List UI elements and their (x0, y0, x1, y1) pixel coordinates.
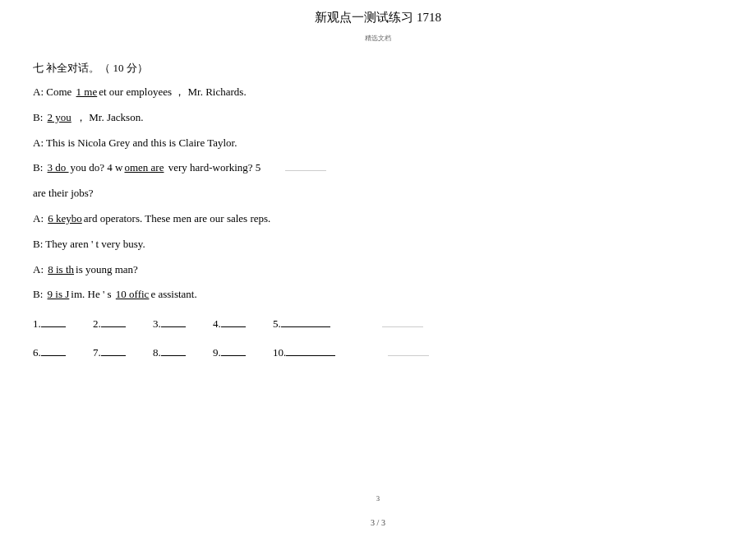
answer-slot: 7. (93, 345, 126, 361)
faded-mark (382, 317, 423, 327)
faded-mark (388, 345, 429, 356)
blank-3: 3 do (46, 161, 71, 174)
page-subtitle: 精选文档 (0, 34, 756, 44)
answer-slot: 1. (33, 316, 66, 332)
answer-blank (41, 345, 66, 356)
answer-blank (101, 317, 126, 327)
footer-small-number: 3 (0, 494, 756, 504)
dialogue-line: B: 3 do you do? 4 women are very hard-wo… (33, 160, 723, 177)
answer-row-1: 1. 2. 3. 4. 5. (33, 316, 723, 332)
answer-slot: 8. (153, 345, 186, 361)
text: ard operators. These men are our sales r… (84, 212, 271, 225)
answer-slot: 9. (213, 345, 246, 361)
text: A: (33, 263, 46, 275)
text: ， Mr. Jackson. (73, 111, 144, 123)
answer-slot: 6. (33, 345, 66, 361)
answer-slot: 4. (213, 316, 246, 332)
dialogue-line: B: 2 you ， Mr. Jackson. (33, 109, 723, 127)
answer-slot: 3. (153, 316, 186, 332)
answer-blank (41, 317, 66, 327)
answer-row-2: 6. 7. 8. 9. 10. (33, 345, 723, 361)
answer-blank (281, 317, 330, 327)
answer-blank (161, 317, 186, 327)
text: im. He ' s (71, 288, 114, 300)
dialogue-line: A: 8 is this young man? (33, 262, 723, 279)
page-title: 新观点一测试练习 1718 (0, 0, 756, 34)
dialogue-line: A: 6 keyboard operators. These men are o… (33, 211, 723, 228)
text: very hard-working? 5 (165, 161, 260, 174)
blank-1: 1 me (75, 86, 99, 98)
blank-10: 10 offic (114, 288, 151, 300)
section-header: 七 补全对话。（ 10 分） (33, 60, 723, 76)
dialogue-line: B: 9 is Jim. He ' s 10 office assistant. (33, 286, 723, 303)
text: A: (33, 212, 46, 225)
text: you do? 4 w (71, 161, 123, 174)
faded-mark (285, 160, 326, 171)
document-content: 七 补全对话。（ 10 分） A: Come 1 meet our employ… (0, 60, 756, 361)
dialogue-line: are their jobs? (33, 185, 723, 202)
answer-blank (221, 317, 246, 327)
answer-slot: 5. (273, 316, 330, 332)
text: A: Come (33, 86, 75, 98)
dialogue-line: B: They aren ' t very busy. (33, 236, 723, 253)
text: B: (33, 288, 46, 300)
answer-blank (221, 345, 246, 356)
answer-slot: 10. (273, 345, 335, 361)
dialogue-line: A: Come 1 meet our employees ， Mr. Richa… (33, 84, 723, 101)
footer-page-number: 3 / 3 (0, 516, 756, 529)
text: B: (33, 161, 46, 174)
answer-slot: 2. (93, 316, 126, 332)
text: e assistant. (150, 288, 196, 300)
answer-blank (101, 345, 126, 356)
dialogue-line: A: This is Nicola Grey and this is Clair… (33, 135, 723, 152)
blank-6: 6 keybo (46, 212, 84, 225)
blank-9: 9 is J (46, 288, 71, 300)
text: B: (33, 111, 46, 123)
answer-blank (161, 345, 186, 356)
text: et our employees ， Mr. Richards. (99, 86, 246, 98)
blank-2: 2 you (46, 111, 73, 123)
answer-blank (286, 345, 335, 356)
text: is young man? (76, 263, 138, 275)
blank-8: 8 is th (46, 263, 76, 275)
blank-4: omen are (122, 161, 165, 174)
